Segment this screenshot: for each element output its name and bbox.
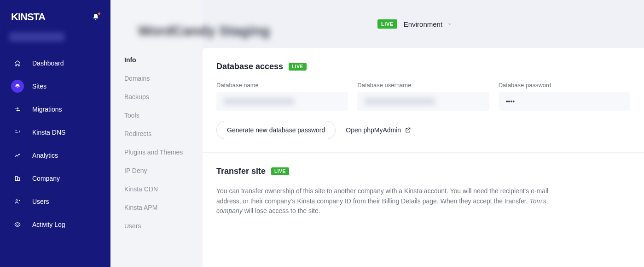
subnav-item-cdn[interactable]: Kinsta CDN [110, 180, 203, 198]
nav-item-dns[interactable]: Kinsta DNS [0, 121, 110, 144]
account-name-redacted [9, 32, 64, 42]
password-dots: •••• [506, 98, 515, 105]
section-title: Transfer site [216, 166, 266, 176]
subnav-item-info[interactable]: Info [110, 51, 203, 69]
generate-new-db-password-button[interactable]: Generate new database password [216, 121, 336, 139]
field-db-username: Database username [357, 82, 489, 111]
live-badge: LIVE [271, 167, 289, 175]
nav-item-company[interactable]: Company [0, 167, 110, 190]
subnav-item-tools[interactable]: Tools [110, 106, 203, 125]
section-title: Database access [216, 62, 283, 71]
subnav-item-apm[interactable]: Kinsta APM [110, 198, 203, 217]
link-label: Open phpMyAdmin [346, 126, 401, 134]
site-subnav: Info Domains Backups Tools Redirects Plu… [110, 0, 203, 267]
open-phpmyadmin-link[interactable]: Open phpMyAdmin [346, 126, 411, 134]
topbar: LIVE Environment [203, 0, 644, 48]
content-card: Database access LIVE Database name Datab… [203, 48, 644, 267]
nav-label: Activity Log [32, 221, 65, 228]
db-username-value-redacted[interactable] [357, 92, 489, 111]
nav-item-analytics[interactable]: Analytics [0, 144, 110, 167]
field-label: Database username [357, 82, 489, 89]
field-db-password: Database password •••• [499, 82, 630, 111]
nav-label: Migrations [32, 106, 62, 113]
transfer-description: You can transfer ownership of this site … [216, 186, 566, 216]
primary-nav: Dashboard Sites Migrations Kinsta DNS An… [0, 52, 110, 236]
analytics-icon [11, 149, 24, 162]
nav-label: Company [32, 175, 60, 182]
subnav-item-ip-deny[interactable]: IP Deny [110, 161, 203, 180]
env-label: Environment [404, 20, 442, 28]
svg-point-3 [17, 224, 18, 225]
svg-rect-1 [17, 178, 20, 180]
chevron-down-icon [447, 21, 453, 27]
nav-label: Kinsta DNS [32, 129, 65, 136]
main: LIVE Environment Database access LIVE Da… [203, 0, 644, 267]
field-label: Database password [499, 82, 630, 89]
notification-dot [98, 12, 100, 15]
nav-item-users[interactable]: Users [0, 190, 110, 213]
nav-label: Users [32, 198, 49, 205]
field-db-name: Database name [216, 82, 348, 111]
database-access-section: Database access LIVE Database name Datab… [203, 48, 644, 153]
section-heading: Database access LIVE [216, 62, 630, 71]
migrate-icon [11, 103, 24, 116]
svg-point-2 [16, 200, 18, 202]
transfer-site-section: Transfer site LIVE You can transfer owne… [203, 153, 644, 229]
desc-pre: You can transfer ownership of this site … [216, 187, 548, 205]
live-badge: LIVE [289, 63, 307, 71]
nav-item-sites[interactable]: Sites [0, 75, 110, 98]
nav-label: Sites [32, 83, 46, 90]
users-icon [11, 195, 24, 208]
db-password-value-masked[interactable]: •••• [499, 92, 630, 111]
nav-item-activity-log[interactable]: Activity Log [0, 213, 110, 236]
home-icon [11, 57, 24, 70]
sidebar: KINSTA Dashboard Sites Migrations [0, 0, 110, 267]
subnav-item-plugins-themes[interactable]: Plugins and Themes [110, 143, 203, 161]
nav-item-migrations[interactable]: Migrations [0, 98, 110, 121]
environment-selector[interactable]: Environment [404, 20, 453, 28]
nav-label: Dashboard [32, 59, 64, 67]
subnav-item-domains[interactable]: Domains [110, 69, 203, 88]
db-name-value-redacted[interactable] [216, 92, 348, 111]
subnav-item-backups[interactable]: Backups [110, 88, 203, 106]
svg-rect-0 [15, 176, 17, 180]
subnav-item-redirects[interactable]: Redirects [110, 125, 203, 143]
subnav-item-users[interactable]: Users [110, 217, 203, 235]
notifications-bell-icon[interactable] [92, 13, 99, 21]
brand-logo: KINSTA [11, 11, 45, 23]
nav-label: Analytics [32, 152, 58, 159]
field-label: Database name [216, 82, 348, 89]
external-link-icon [405, 127, 411, 133]
company-icon [11, 172, 24, 185]
dns-icon [11, 126, 24, 139]
nav-item-dashboard[interactable]: Dashboard [0, 52, 110, 75]
env-live-badge: LIVE [377, 19, 397, 29]
desc-post: will lose access to the site. [243, 207, 320, 214]
eye-icon [11, 218, 24, 231]
section-heading: Transfer site LIVE [216, 166, 630, 176]
layers-icon [11, 80, 24, 93]
